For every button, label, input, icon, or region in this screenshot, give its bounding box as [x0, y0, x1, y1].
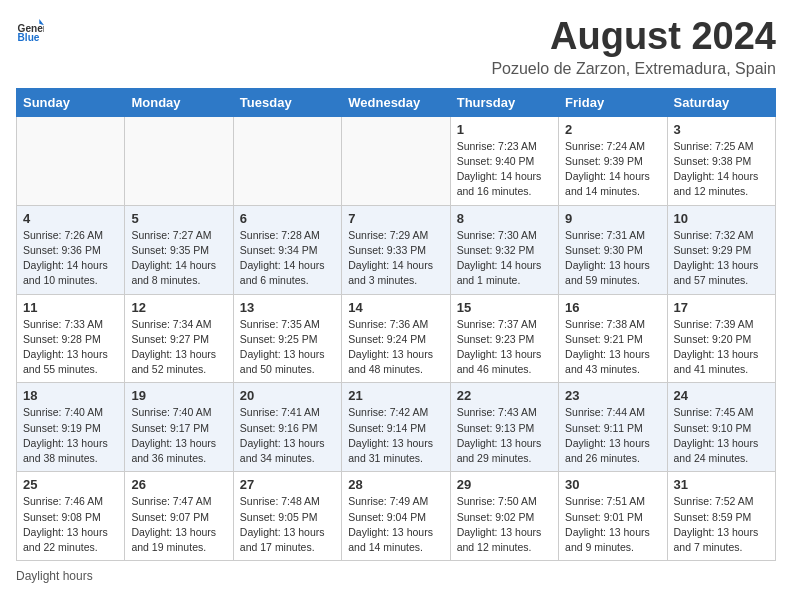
calendar-week-row: 11Sunrise: 7:33 AM Sunset: 9:28 PM Dayli… [17, 294, 776, 383]
calendar-week-row: 18Sunrise: 7:40 AM Sunset: 9:19 PM Dayli… [17, 383, 776, 472]
subtitle: Pozuelo de Zarzon, Extremadura, Spain [491, 60, 776, 78]
day-number: 28 [348, 477, 443, 492]
day-info: Sunrise: 7:29 AM Sunset: 9:33 PM Dayligh… [348, 228, 443, 289]
day-number: 29 [457, 477, 552, 492]
column-header-wednesday: Wednesday [342, 88, 450, 116]
day-number: 24 [674, 388, 769, 403]
day-number: 27 [240, 477, 335, 492]
day-info: Sunrise: 7:27 AM Sunset: 9:35 PM Dayligh… [131, 228, 226, 289]
calendar-cell: 16Sunrise: 7:38 AM Sunset: 9:21 PM Dayli… [559, 294, 667, 383]
calendar-week-row: 4Sunrise: 7:26 AM Sunset: 9:36 PM Daylig… [17, 205, 776, 294]
day-number: 21 [348, 388, 443, 403]
calendar-cell: 5Sunrise: 7:27 AM Sunset: 9:35 PM Daylig… [125, 205, 233, 294]
day-number: 7 [348, 211, 443, 226]
main-title: August 2024 [491, 16, 776, 58]
calendar-cell: 23Sunrise: 7:44 AM Sunset: 9:11 PM Dayli… [559, 383, 667, 472]
calendar-cell: 27Sunrise: 7:48 AM Sunset: 9:05 PM Dayli… [233, 472, 341, 561]
day-number: 1 [457, 122, 552, 137]
logo: General Blue [16, 16, 44, 44]
calendar-cell: 21Sunrise: 7:42 AM Sunset: 9:14 PM Dayli… [342, 383, 450, 472]
column-header-saturday: Saturday [667, 88, 775, 116]
calendar-cell: 17Sunrise: 7:39 AM Sunset: 9:20 PM Dayli… [667, 294, 775, 383]
day-number: 19 [131, 388, 226, 403]
footer-note: Daylight hours [16, 569, 776, 583]
calendar-table: SundayMondayTuesdayWednesdayThursdayFrid… [16, 88, 776, 561]
calendar-cell: 26Sunrise: 7:47 AM Sunset: 9:07 PM Dayli… [125, 472, 233, 561]
calendar-cell: 6Sunrise: 7:28 AM Sunset: 9:34 PM Daylig… [233, 205, 341, 294]
day-info: Sunrise: 7:46 AM Sunset: 9:08 PM Dayligh… [23, 494, 118, 555]
calendar-cell: 2Sunrise: 7:24 AM Sunset: 9:39 PM Daylig… [559, 116, 667, 205]
day-number: 26 [131, 477, 226, 492]
title-area: August 2024 Pozuelo de Zarzon, Extremadu… [491, 16, 776, 78]
calendar-cell: 9Sunrise: 7:31 AM Sunset: 9:30 PM Daylig… [559, 205, 667, 294]
day-number: 12 [131, 300, 226, 315]
day-info: Sunrise: 7:51 AM Sunset: 9:01 PM Dayligh… [565, 494, 660, 555]
day-info: Sunrise: 7:47 AM Sunset: 9:07 PM Dayligh… [131, 494, 226, 555]
day-number: 8 [457, 211, 552, 226]
svg-text:Blue: Blue [18, 32, 40, 43]
day-number: 4 [23, 211, 118, 226]
calendar-cell: 11Sunrise: 7:33 AM Sunset: 9:28 PM Dayli… [17, 294, 125, 383]
calendar-cell: 3Sunrise: 7:25 AM Sunset: 9:38 PM Daylig… [667, 116, 775, 205]
calendar-cell [125, 116, 233, 205]
day-info: Sunrise: 7:23 AM Sunset: 9:40 PM Dayligh… [457, 139, 552, 200]
day-number: 30 [565, 477, 660, 492]
calendar-cell: 10Sunrise: 7:32 AM Sunset: 9:29 PM Dayli… [667, 205, 775, 294]
day-info: Sunrise: 7:37 AM Sunset: 9:23 PM Dayligh… [457, 317, 552, 378]
day-number: 20 [240, 388, 335, 403]
day-info: Sunrise: 7:33 AM Sunset: 9:28 PM Dayligh… [23, 317, 118, 378]
day-info: Sunrise: 7:28 AM Sunset: 9:34 PM Dayligh… [240, 228, 335, 289]
calendar-cell: 12Sunrise: 7:34 AM Sunset: 9:27 PM Dayli… [125, 294, 233, 383]
calendar-cell: 8Sunrise: 7:30 AM Sunset: 9:32 PM Daylig… [450, 205, 558, 294]
calendar-cell: 20Sunrise: 7:41 AM Sunset: 9:16 PM Dayli… [233, 383, 341, 472]
calendar-cell [17, 116, 125, 205]
day-info: Sunrise: 7:48 AM Sunset: 9:05 PM Dayligh… [240, 494, 335, 555]
day-info: Sunrise: 7:26 AM Sunset: 9:36 PM Dayligh… [23, 228, 118, 289]
day-number: 6 [240, 211, 335, 226]
column-header-monday: Monday [125, 88, 233, 116]
day-number: 3 [674, 122, 769, 137]
calendar-cell [233, 116, 341, 205]
day-number: 14 [348, 300, 443, 315]
calendar-cell: 15Sunrise: 7:37 AM Sunset: 9:23 PM Dayli… [450, 294, 558, 383]
column-header-sunday: Sunday [17, 88, 125, 116]
day-info: Sunrise: 7:35 AM Sunset: 9:25 PM Dayligh… [240, 317, 335, 378]
day-info: Sunrise: 7:32 AM Sunset: 9:29 PM Dayligh… [674, 228, 769, 289]
day-number: 18 [23, 388, 118, 403]
header: General Blue August 2024 Pozuelo de Zarz… [16, 16, 776, 78]
day-info: Sunrise: 7:31 AM Sunset: 9:30 PM Dayligh… [565, 228, 660, 289]
day-number: 25 [23, 477, 118, 492]
calendar-cell: 22Sunrise: 7:43 AM Sunset: 9:13 PM Dayli… [450, 383, 558, 472]
day-number: 5 [131, 211, 226, 226]
day-number: 2 [565, 122, 660, 137]
day-info: Sunrise: 7:38 AM Sunset: 9:21 PM Dayligh… [565, 317, 660, 378]
day-number: 22 [457, 388, 552, 403]
day-info: Sunrise: 7:42 AM Sunset: 9:14 PM Dayligh… [348, 405, 443, 466]
calendar-cell: 14Sunrise: 7:36 AM Sunset: 9:24 PM Dayli… [342, 294, 450, 383]
calendar-cell: 31Sunrise: 7:52 AM Sunset: 8:59 PM Dayli… [667, 472, 775, 561]
day-info: Sunrise: 7:34 AM Sunset: 9:27 PM Dayligh… [131, 317, 226, 378]
logo-icon: General Blue [16, 16, 44, 44]
day-info: Sunrise: 7:41 AM Sunset: 9:16 PM Dayligh… [240, 405, 335, 466]
day-number: 17 [674, 300, 769, 315]
calendar-cell: 7Sunrise: 7:29 AM Sunset: 9:33 PM Daylig… [342, 205, 450, 294]
calendar-cell: 18Sunrise: 7:40 AM Sunset: 9:19 PM Dayli… [17, 383, 125, 472]
calendar-cell: 29Sunrise: 7:50 AM Sunset: 9:02 PM Dayli… [450, 472, 558, 561]
day-info: Sunrise: 7:30 AM Sunset: 9:32 PM Dayligh… [457, 228, 552, 289]
calendar-header-row: SundayMondayTuesdayWednesdayThursdayFrid… [17, 88, 776, 116]
day-info: Sunrise: 7:44 AM Sunset: 9:11 PM Dayligh… [565, 405, 660, 466]
calendar-cell: 19Sunrise: 7:40 AM Sunset: 9:17 PM Dayli… [125, 383, 233, 472]
calendar-week-row: 1Sunrise: 7:23 AM Sunset: 9:40 PM Daylig… [17, 116, 776, 205]
day-number: 16 [565, 300, 660, 315]
calendar-cell: 30Sunrise: 7:51 AM Sunset: 9:01 PM Dayli… [559, 472, 667, 561]
calendar-cell: 4Sunrise: 7:26 AM Sunset: 9:36 PM Daylig… [17, 205, 125, 294]
calendar-cell: 25Sunrise: 7:46 AM Sunset: 9:08 PM Dayli… [17, 472, 125, 561]
day-info: Sunrise: 7:40 AM Sunset: 9:17 PM Dayligh… [131, 405, 226, 466]
column-header-thursday: Thursday [450, 88, 558, 116]
day-info: Sunrise: 7:52 AM Sunset: 8:59 PM Dayligh… [674, 494, 769, 555]
day-info: Sunrise: 7:45 AM Sunset: 9:10 PM Dayligh… [674, 405, 769, 466]
calendar-cell: 24Sunrise: 7:45 AM Sunset: 9:10 PM Dayli… [667, 383, 775, 472]
calendar-week-row: 25Sunrise: 7:46 AM Sunset: 9:08 PM Dayli… [17, 472, 776, 561]
day-number: 31 [674, 477, 769, 492]
day-info: Sunrise: 7:36 AM Sunset: 9:24 PM Dayligh… [348, 317, 443, 378]
